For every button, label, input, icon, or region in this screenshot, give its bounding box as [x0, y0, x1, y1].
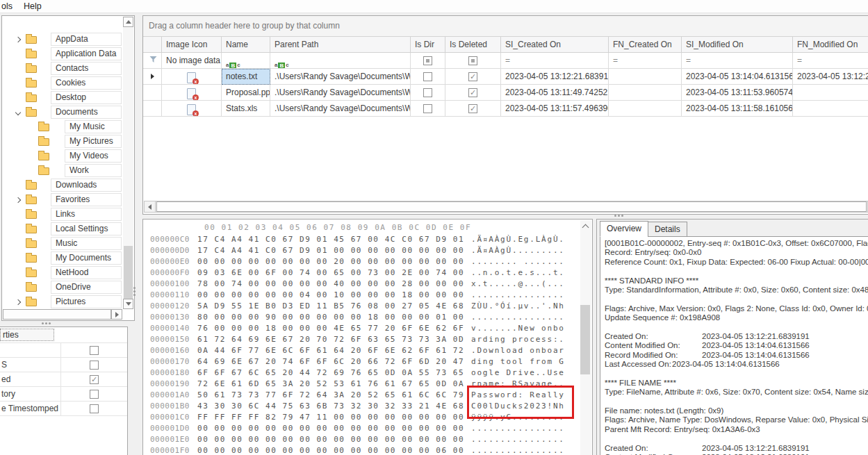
hex-row[interactable]: 0000015061 72 64 69 6E 67 20 70 72 6F 63… [143, 334, 592, 345]
hex-vertical-scrollbar[interactable] [580, 220, 591, 455]
filter-fn-modified[interactable]: = [793, 53, 868, 69]
cell-si-created[interactable]: 2023-04-05 13:12:21.6839191 [501, 69, 609, 85]
menu-tools[interactable]: ols [0, 0, 18, 13]
hex-row[interactable]: 0000017064 69 6E 67 20 74 6F 6F 6C 20 66… [143, 356, 592, 367]
hex-row[interactable]: 0000011000 00 00 00 00 00 04 00 10 00 00… [143, 290, 592, 301]
cell-fn-created[interactable] [609, 101, 682, 117]
filter-is-deleted[interactable] [445, 53, 501, 69]
filter-name[interactable]: aBc [222, 53, 270, 69]
tree-item-desktop[interactable]: Desktop [2, 90, 122, 105]
cell-is-dir[interactable] [411, 101, 445, 117]
tree-item-onedrive[interactable]: OneDrive [2, 280, 122, 295]
grid-row-notes[interactable]: x notes.txt .\Users\Randy Savage\Documen… [143, 69, 868, 85]
hex-row[interactable]: 0000014076 00 00 00 18 00 00 00 4E 65 77… [143, 323, 592, 334]
cell-fn-modified[interactable] [793, 85, 868, 101]
tree-item-label[interactable]: Local Settings [51, 222, 122, 235]
checkbox[interactable] [90, 361, 99, 370]
cell-parent-path[interactable]: .\Users\Randy Savage\Documents\Work [270, 101, 411, 117]
cell-si-created[interactable]: 2023-04-05 13:11:57.4963908 [501, 101, 609, 117]
tree-item-local-settings[interactable]: Local Settings [2, 222, 122, 236]
tree-item-appdata[interactable]: AppData [2, 32, 122, 47]
grid-row-stats[interactable]: x Stats.xls .\Users\Randy Savage\Documen… [143, 101, 868, 117]
filter-si-modified[interactable]: = [682, 53, 793, 69]
scroll-up-button[interactable] [123, 17, 133, 27]
checkbox[interactable] [423, 88, 432, 97]
tree-item-my-documents[interactable]: My Documents [2, 251, 122, 265]
column-header-name[interactable]: Name [222, 37, 270, 53]
checkbox[interactable] [90, 390, 99, 399]
cell-parent-path[interactable]: .\Users\Randy Savage\Documents\Work [270, 85, 411, 101]
cell-si-created[interactable]: 2023-04-05 13:11:49.7425214 [501, 85, 609, 101]
bottom-splitter-handle[interactable] [614, 215, 616, 217]
hex-row[interactable]: 000000E000 00 00 00 00 00 00 00 20 00 00… [143, 256, 592, 267]
filter-image-icon[interactable]: No image data [162, 53, 222, 69]
hex-row[interactable]: 000000F009 03 6E 00 6F 00 74 00 65 00 73… [143, 267, 592, 279]
cell-parent-path[interactable]: .\Users\Randy Savage\Documents\Work [270, 69, 411, 85]
hex-row[interactable]: 000001205A D9 55 1E B0 D3 ED 11 B5 76 08… [143, 301, 592, 312]
tree-item-my-videos[interactable]: My Videos [2, 149, 122, 163]
hex-row[interactable]: 000001D000 00 00 00 00 00 00 00 00 00 00… [143, 423, 592, 434]
tree-item-nethood[interactable]: NetHood [2, 265, 122, 280]
tree-hscroll-thumb[interactable] [3, 309, 111, 320]
tree-item-label[interactable]: OneDrive [51, 281, 122, 294]
chevron-down-icon[interactable] [13, 108, 23, 117]
cell-fn-modified[interactable]: 2023-04-05 13:12:21. [793, 69, 868, 85]
tree-item-cookies[interactable]: Cookies [2, 76, 122, 90]
hex-row[interactable]: 000001F000 00 00 00 00 00 00 00 00 00 00… [143, 445, 592, 455]
scroll-left-button[interactable] [145, 201, 156, 212]
cell-is-deleted[interactable]: ✓ [445, 85, 501, 101]
indeterminate-checkbox[interactable] [423, 56, 432, 65]
tree-item-label[interactable]: My Videos [65, 149, 122, 163]
tree-item-label[interactable]: My Documents [51, 251, 122, 265]
tree-item-links[interactable]: Links [2, 207, 122, 222]
tree-item-label[interactable]: My Pictures [65, 135, 122, 148]
column-header-is-deleted[interactable]: Is Deleted [445, 37, 501, 53]
menu-help[interactable]: Help [18, 0, 47, 13]
tree-vscroll-thumb[interactable] [124, 246, 133, 300]
cell-si-modified[interactable]: 2023-04-05 13:14:04.6131566 [682, 69, 793, 85]
tree-item-label[interactable]: Desktop [51, 91, 122, 104]
cell-si-modified[interactable]: 2023-04-05 13:11:53.9605745 [682, 85, 793, 101]
tree-item-application-data[interactable]: Application Data [2, 47, 122, 61]
scroll-up-chevron[interactable] [582, 224, 589, 231]
cell-name[interactable]: Proposal.pptx [222, 85, 270, 101]
checkbox-checked[interactable]: ✓ [468, 88, 477, 97]
checkbox[interactable] [423, 104, 432, 113]
tree-item-favorites[interactable]: Favorites [2, 192, 122, 207]
scroll-right-button[interactable] [111, 309, 122, 320]
tree-item-my-music[interactable]: My Music [2, 119, 122, 134]
hex-vscroll-thumb[interactable] [580, 305, 590, 374]
hex-row[interactable]: 000001806F 6F 67 6C 65 20 44 72 69 76 65… [143, 367, 592, 379]
indeterminate-checkbox[interactable] [468, 56, 477, 65]
horizontal-splitter-handle[interactable] [42, 322, 44, 324]
column-header-si-modified-on[interactable]: SI_Modified On [682, 37, 793, 53]
column-header-si-created-on[interactable]: SI_Created On [501, 37, 609, 53]
chevron-right-icon[interactable] [13, 297, 23, 307]
tree-item-label[interactable]: My Music [65, 120, 122, 133]
cell-fn-modified[interactable] [793, 101, 868, 117]
checkbox[interactable] [423, 72, 432, 81]
tree-vertical-scrollbar[interactable] [123, 17, 133, 309]
column-header-fn-modified-on[interactable]: FN_Modified On [793, 37, 868, 53]
cell-is-dir[interactable] [411, 69, 445, 85]
column-header-image-icon[interactable]: Image Icon [162, 37, 222, 53]
hex-row[interactable]: 000000D017 C4 A4 41 C0 67 D9 01 00 00 00… [143, 245, 592, 256]
tree-item-label[interactable]: NetHood [51, 266, 122, 279]
tree-item-documents[interactable]: Documents [2, 105, 122, 119]
cell-is-deleted[interactable]: ✓ [445, 69, 501, 85]
filter-parent-path[interactable]: aBc [270, 53, 411, 69]
checkbox[interactable] [90, 404, 99, 413]
cell-name[interactable]: notes.txt [222, 69, 270, 85]
checkbox-checked[interactable]: ✓ [90, 375, 99, 384]
tree-item-label[interactable]: Music [51, 237, 122, 250]
grid-row-proposal[interactable]: x Proposal.pptx .\Users\Randy Savage\Doc… [143, 85, 868, 101]
cell-si-modified[interactable]: 2023-04-05 13:11:58.1610569 [682, 101, 793, 117]
tree-horizontal-scrollbar[interactable] [3, 309, 122, 320]
filter-is-dir[interactable] [411, 53, 445, 69]
scroll-down-button[interactable] [123, 299, 133, 309]
tab-details[interactable]: Details [648, 222, 687, 237]
column-header-parent-path[interactable]: Parent Path [270, 37, 411, 53]
cell-is-dir[interactable] [411, 85, 445, 101]
hex-row[interactable]: 0000013080 00 00 00 90 00 00 00 00 00 18… [143, 312, 592, 323]
tree-item-label[interactable]: Application Data [51, 47, 122, 60]
